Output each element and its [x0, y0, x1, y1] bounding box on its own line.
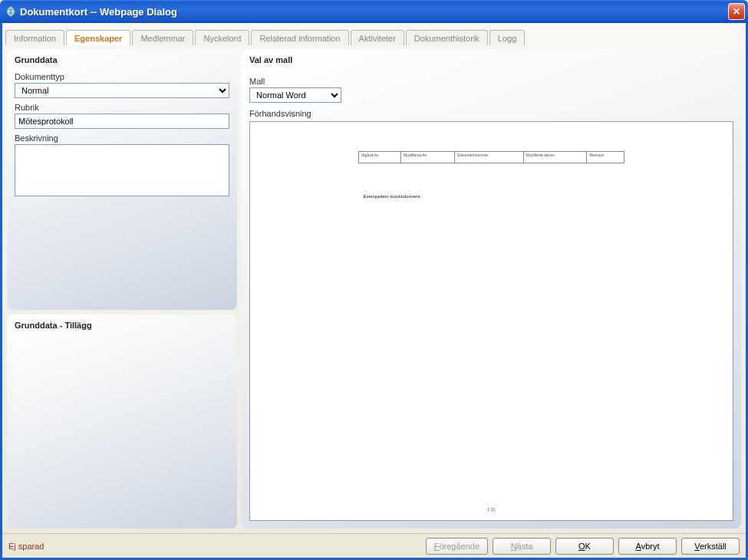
prev-button[interactable]: Föregående	[426, 538, 488, 555]
window-titlebar: Dokumentkort -- Webpage Dialog ✕	[0, 0, 748, 23]
mall-label: Mall	[249, 77, 733, 86]
tab-aktiviteter[interactable]: Aktiviteter	[351, 30, 404, 45]
close-icon: ✕	[733, 7, 740, 16]
dokumenttyp-label: Dokumenttyp	[15, 72, 229, 81]
tab-nyckelord[interactable]: Nyckelord	[195, 30, 249, 45]
ie-icon	[5, 5, 17, 18]
preview-th-3: Modifierat datum	[523, 152, 587, 163]
cancel-button[interactable]: Avbryt	[618, 538, 677, 555]
tab-dokumenthistorik[interactable]: Dokumenthistorik	[406, 30, 488, 45]
preview-header-table: Utgåva Av Modifierad Av Dokumentnummer M…	[358, 151, 625, 163]
footer-bar: Ej sparad Föregående Nästa OK Avbryt Ver…	[2, 533, 746, 558]
preview-body-text: Exempeltext worddokument	[364, 194, 634, 199]
apply-button[interactable]: Verkställ	[681, 538, 740, 555]
preview-document: Utgåva Av Modifierad Av Dokumentnummer M…	[350, 137, 634, 519]
grunddata-title: Grunddata	[15, 55, 229, 64]
mall-select[interactable]: Normal Word	[249, 87, 341, 103]
preview-th-2: Dokumentnummer	[454, 152, 523, 163]
tab-medlemmar[interactable]: Medlemmar	[132, 30, 193, 45]
tab-relaterad-information[interactable]: Relaterad information	[251, 30, 348, 45]
val-av-mall-title: Val av mall	[249, 55, 733, 64]
status-text: Ej sparad	[8, 542, 44, 551]
preview-th-4: Revision	[587, 152, 624, 163]
dokumenttyp-select[interactable]: Normal	[15, 83, 229, 98]
forhandsvisning-label: Förhandsvisning	[249, 109, 733, 118]
panel-grunddata-tillagg: Grunddata - Tillägg	[7, 315, 237, 529]
ok-button[interactable]: OK	[555, 538, 614, 555]
preview-th-0: Utgåva Av	[358, 152, 401, 163]
tab-logg[interactable]: Logg	[489, 30, 525, 45]
tab-strip: Information Egenskaper Medlemmar Nyckelo…	[2, 23, 746, 44]
rubrik-input[interactable]	[15, 114, 229, 129]
tab-information[interactable]: Information	[5, 30, 64, 45]
preview-page-footer: 1 (1)	[350, 507, 634, 512]
grunddata-tillagg-title: Grunddata - Tillägg	[15, 321, 229, 330]
beskrivning-textarea[interactable]	[15, 144, 229, 196]
window-title: Dokumentkort -- Webpage Dialog	[20, 6, 177, 18]
panel-grunddata: Grunddata Dokumenttyp Normal Rubrik Besk…	[7, 49, 237, 310]
preview-th-1: Modifierad Av	[401, 152, 455, 163]
window-close-button[interactable]: ✕	[728, 3, 745, 20]
panel-val-av-mall: Val av mall Mall Normal Word Förhandsvis…	[242, 49, 741, 529]
rubrik-label: Rubrik	[15, 103, 229, 112]
preview-box: Utgåva Av Modifierad Av Dokumentnummer M…	[249, 121, 733, 521]
tab-egenskaper[interactable]: Egenskaper	[66, 30, 130, 45]
next-button[interactable]: Nästa	[493, 538, 551, 555]
beskrivning-label: Beskrivning	[15, 133, 229, 143]
